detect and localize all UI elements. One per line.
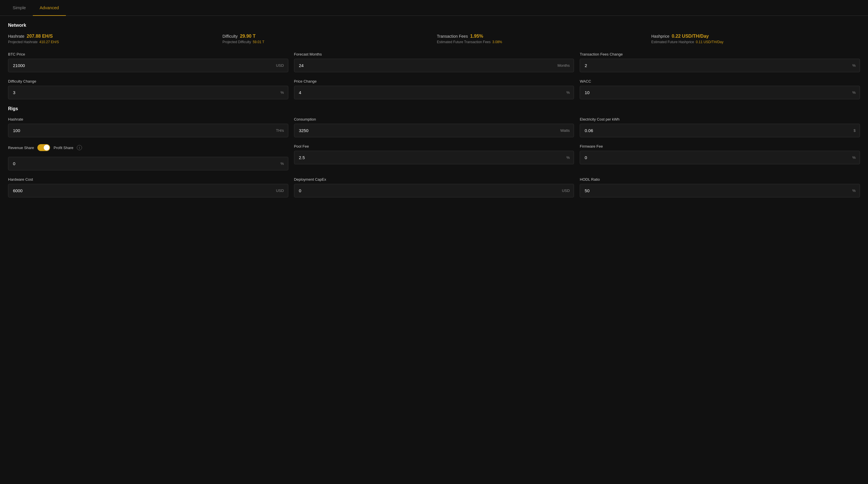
hashprice-value: 0.22 USD/TH/Day [672, 34, 709, 39]
tx-fees-change-input[interactable] [580, 59, 852, 72]
price-change-input[interactable] [294, 86, 566, 99]
hodl-ratio-input[interactable] [580, 184, 852, 197]
hashrate-sub-value: 410.27 EH/S [39, 40, 59, 44]
price-change-unit: % [566, 90, 574, 95]
difficulty-value: 29.90 T [240, 34, 255, 39]
revenue-share-input[interactable] [8, 157, 280, 170]
info-icon[interactable]: i [77, 145, 82, 150]
revenue-share-toggle[interactable] [37, 144, 50, 151]
tab-advanced[interactable]: Advanced [33, 0, 66, 16]
hashprice-sub-label: Estimated Future Hashprice [651, 40, 694, 44]
revenue-share-toggle-row: Revenue Share Profit Share i [8, 144, 288, 151]
tab-simple[interactable]: Simple [6, 0, 33, 16]
difficulty-label: Difficulty [222, 34, 238, 38]
tx-fees-label: Transaction Fees [437, 34, 468, 38]
difficulty-change-label: Difficulty Change [8, 79, 288, 84]
hashprice-sub-value: 0.11 USD/TH/Day [696, 40, 723, 44]
tx-fees-change-label: Transaction Fees Change [580, 52, 860, 56]
difficulty-change-wrapper: % [8, 86, 288, 99]
field-hodl-ratio: HODL Ratio % [580, 177, 860, 198]
field-deployment-capex: Deployment CapEx USD [294, 177, 574, 198]
consumption-input[interactable] [294, 124, 560, 137]
consumption-unit: Watts [560, 128, 574, 133]
difficulty-change-input[interactable] [8, 86, 280, 99]
consumption-wrapper: Watts [294, 124, 574, 137]
main-content: Network Hashrate 207.88 EH/S Projected H… [0, 16, 868, 211]
btc-price-label: BTC Price [8, 52, 288, 56]
field-difficulty-change: Difficulty Change % [8, 79, 288, 99]
form-row-2: Difficulty Change % Price Change % WACC … [8, 79, 860, 99]
field-wacc: WACC % [580, 79, 860, 99]
tab-bar: Simple Advanced [0, 0, 868, 16]
difficulty-sub-value: 59.01 T [253, 40, 264, 44]
stat-hashprice: Hashprice 0.22 USD/TH/Day Estimated Futu… [651, 34, 860, 44]
wacc-wrapper: % [580, 86, 860, 99]
hardware-cost-input[interactable] [8, 184, 276, 197]
field-revenue-share: Revenue Share Profit Share i % [8, 144, 288, 170]
tx-fees-value: 1.95% [470, 34, 483, 39]
hashrate-input[interactable] [8, 124, 276, 137]
wacc-unit: % [852, 90, 860, 95]
deployment-capex-input[interactable] [294, 184, 562, 197]
deployment-capex-unit: USD [562, 188, 574, 193]
hashrate-sub-label: Projected Hashrate [8, 40, 38, 44]
field-pool-fee: Pool Fee % [294, 144, 574, 170]
stat-transaction-fees: Transaction Fees 1.95% Estimated Future … [437, 34, 646, 44]
btc-price-wrapper: USD [8, 59, 288, 72]
forecast-months-label: Forecast Months [294, 52, 574, 56]
price-change-label: Price Change [294, 79, 574, 84]
hodl-ratio-label: HODL Ratio [580, 177, 860, 182]
stat-hashrate: Hashrate 207.88 EH/S Projected Hashrate … [8, 34, 217, 44]
deployment-capex-wrapper: USD [294, 184, 574, 198]
hardware-cost-unit: USD [276, 188, 288, 193]
tabs-container: Simple Advanced [0, 0, 868, 16]
firmware-fee-unit: % [852, 155, 860, 160]
difficulty-sub-label: Projected Difficulty [222, 40, 251, 44]
btc-price-input[interactable] [8, 59, 276, 72]
field-price-change: Price Change % [294, 79, 574, 99]
forecast-months-unit: Months [558, 63, 574, 68]
wacc-input[interactable] [580, 86, 852, 99]
field-forecast-months: Forecast Months Months [294, 52, 574, 72]
field-tx-fees-change: Transaction Fees Change % [580, 52, 860, 72]
forecast-months-wrapper: Months [294, 59, 574, 72]
hodl-ratio-unit: % [852, 188, 860, 193]
hashrate-wrapper: TH/s [8, 124, 288, 137]
tx-fees-change-wrapper: % [580, 59, 860, 72]
price-change-wrapper: % [294, 86, 574, 99]
hashrate-unit: TH/s [276, 128, 288, 133]
form-row-4: Revenue Share Profit Share i % Pool Fee … [8, 144, 860, 170]
hashrate-value: 207.88 EH/S [27, 34, 53, 39]
stat-difficulty: Difficulty 29.90 T Projected Difficulty … [222, 34, 431, 44]
toggle-knob [44, 145, 50, 151]
field-consumption: Consumption Watts [294, 117, 574, 137]
pool-fee-input[interactable] [294, 151, 566, 164]
field-electricity-cost: Electricity Cost per kWh $ [580, 117, 860, 137]
form-row-1: BTC Price USD Forecast Months Months Tra… [8, 52, 860, 72]
consumption-label: Consumption [294, 117, 574, 121]
electricity-cost-wrapper: $ [580, 124, 860, 137]
deployment-capex-label: Deployment CapEx [294, 177, 574, 182]
tx-fees-change-unit: % [852, 63, 860, 68]
firmware-fee-input[interactable] [580, 151, 852, 164]
field-firmware-fee: Firmware Fee % [580, 144, 860, 170]
pool-fee-label: Pool Fee [294, 144, 574, 149]
network-stats: Hashrate 207.88 EH/S Projected Hashrate … [8, 34, 860, 44]
electricity-cost-input[interactable] [580, 124, 853, 137]
hashprice-label: Hashprice [651, 34, 670, 38]
revenue-share-val-wrapper: % [8, 157, 288, 170]
hardware-cost-label: Hardware Cost [8, 177, 288, 182]
forecast-months-input[interactable] [294, 59, 558, 72]
field-hashrate: Hashrate TH/s [8, 117, 288, 137]
tx-fees-sub-value: 3.08% [492, 40, 502, 44]
btc-price-unit: USD [276, 63, 288, 68]
firmware-fee-wrapper: % [580, 151, 860, 164]
electricity-cost-label: Electricity Cost per kWh [580, 117, 860, 121]
hashrate-label: Hashrate [8, 34, 25, 38]
wacc-label: WACC [580, 79, 860, 84]
network-section-title: Network [8, 23, 860, 28]
firmware-fee-label: Firmware Fee [580, 144, 860, 149]
revenue-share-label: Revenue Share [8, 146, 34, 150]
electricity-cost-unit: $ [854, 128, 860, 133]
pool-fee-unit: % [566, 155, 574, 160]
